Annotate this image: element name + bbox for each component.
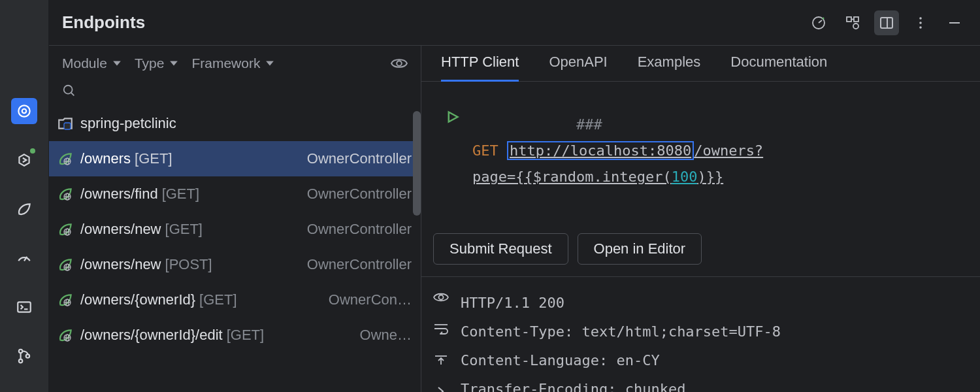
svg-line-9 <box>819 20 822 23</box>
request-query: page={{$random.integer( <box>472 169 672 185</box>
project-name: spring-petclinic <box>80 115 176 132</box>
endpoint-row[interactable]: /owners/{ownerId} [GET] OwnerCon… <box>49 282 421 318</box>
endpoint-method: [POST] <box>165 256 212 273</box>
search-row <box>49 78 421 106</box>
chevron-down-icon <box>112 59 122 68</box>
tab-documentation[interactable]: Documentation <box>730 54 827 81</box>
scrollbar-thumb[interactable] <box>413 111 421 216</box>
request-query-end: )}} <box>697 169 723 185</box>
endpoint-icon <box>57 221 74 238</box>
soft-wrap-icon[interactable] <box>433 323 449 337</box>
endpoint-row[interactable]: /owners/new [GET] OwnerController <box>49 212 421 247</box>
svg-point-7 <box>26 354 29 357</box>
type-filter-label: Type <box>135 56 165 71</box>
svg-point-21 <box>397 61 402 66</box>
request-arg: 100 <box>672 169 698 185</box>
endpoints-tool-icon[interactable] <box>11 98 37 124</box>
details-panel: HTTP Client OpenAPI Examples Documentati… <box>421 46 980 392</box>
svg-point-17 <box>919 17 922 20</box>
performance-icon[interactable] <box>806 10 831 35</box>
svg-rect-3 <box>18 302 31 312</box>
tab-examples[interactable]: Examples <box>638 54 701 81</box>
svg-point-6 <box>19 359 22 363</box>
visibility-icon[interactable] <box>433 291 449 306</box>
status-dot <box>30 148 35 154</box>
response-line: Transfer-Encoding: chunked <box>461 381 685 392</box>
svg-point-44 <box>439 295 444 300</box>
endpoints-tree: spring-petclinic /owners [GET] OwnerCont… <box>49 106 421 392</box>
svg-line-23 <box>71 93 74 96</box>
svg-point-1 <box>22 109 27 114</box>
endpoint-icon <box>57 256 74 273</box>
svg-point-5 <box>19 350 22 353</box>
svg-point-13 <box>853 24 858 29</box>
chevron-down-icon <box>169 59 178 68</box>
panel-header: Endpoints <box>49 0 980 46</box>
endpoint-method: [GET] <box>227 327 264 344</box>
endpoints-list-panel: Module Type Framework <box>49 46 421 392</box>
more-icon[interactable] <box>908 10 933 35</box>
tab-openapi[interactable]: OpenAPI <box>549 54 607 81</box>
response-line: HTTP/1.1 200 <box>461 295 564 311</box>
endpoint-controller: OwnerController <box>301 256 412 273</box>
run-gutter-icon[interactable] <box>433 86 472 123</box>
module-filter-label: Module <box>62 56 107 71</box>
endpoint-row[interactable]: /owners/find [GET] OwnerController <box>49 176 421 212</box>
folder-icon <box>57 115 74 132</box>
services-icon[interactable] <box>840 10 865 35</box>
endpoint-path: /owners/find <box>80 186 158 203</box>
request-editor[interactable]: ###GET http://localhost:8080/owners?page… <box>421 82 980 225</box>
gauge-tool-icon[interactable] <box>11 245 37 271</box>
endpoint-controller: OwnerCon… <box>322 291 412 308</box>
endpoint-path: /owners <box>80 150 131 167</box>
open-in-editor-button[interactable]: Open in Editor <box>578 233 702 265</box>
svg-point-10 <box>823 17 825 19</box>
module-filter[interactable]: Module <box>62 56 122 71</box>
framework-filter[interactable]: Framework <box>191 56 274 71</box>
request-marker: ### <box>576 116 602 133</box>
minimize-icon[interactable] <box>942 10 967 35</box>
endpoint-controller: Owne… <box>353 327 412 344</box>
svg-point-22 <box>64 86 73 94</box>
endpoint-controller: OwnerController <box>301 150 412 167</box>
project-row[interactable]: spring-petclinic <box>49 106 421 141</box>
terminal-tool-icon[interactable] <box>11 294 37 320</box>
svg-point-18 <box>919 22 922 24</box>
chevron-down-icon <box>265 59 274 68</box>
details-pane-icon[interactable] <box>874 10 899 35</box>
svg-rect-24 <box>64 123 71 129</box>
endpoint-path: /owners/new <box>80 221 161 238</box>
visibility-icon[interactable] <box>391 55 408 72</box>
details-tabs: HTTP Client OpenAPI Examples Documentati… <box>421 46 980 82</box>
vcs-tool-icon[interactable] <box>11 343 37 369</box>
response-line: Content-Language: en-CY <box>461 352 660 368</box>
endpoint-path: /owners/{ownerId}/edit <box>80 327 223 344</box>
response-body[interactable]: HTTP/1.1 200 Content-Type: text/html;cha… <box>461 277 980 392</box>
endpoint-icon <box>57 291 74 308</box>
run-tool-icon[interactable] <box>11 147 37 173</box>
endpoint-row[interactable]: /owners/{ownerId}/edit [GET] Owne… <box>49 318 421 353</box>
svg-point-0 <box>18 105 29 116</box>
search-input[interactable] <box>82 84 278 98</box>
endpoint-icon <box>57 327 74 344</box>
endpoint-method: [GET] <box>165 221 203 238</box>
tab-http-client[interactable]: HTTP Client <box>441 54 519 82</box>
endpoint-path: /owners/new <box>80 256 161 273</box>
response-line: Content-Type: text/html;charset=UTF-8 <box>461 323 781 340</box>
framework-filter-label: Framework <box>191 56 260 71</box>
spring-tool-icon[interactable] <box>11 196 37 222</box>
endpoint-path: /owners/{ownerId} <box>80 291 195 308</box>
type-filter[interactable]: Type <box>135 56 179 71</box>
chevron-right-icon[interactable] <box>433 385 449 392</box>
endpoint-method: [GET] <box>135 150 172 167</box>
endpoint-row[interactable]: /owners/new [POST] OwnerController <box>49 247 421 282</box>
submit-request-button[interactable]: Submit Request <box>433 233 568 265</box>
scroll-to-top-icon[interactable] <box>433 354 449 368</box>
endpoint-method: [GET] <box>199 291 237 308</box>
search-icon <box>62 84 76 98</box>
endpoint-icon <box>57 150 74 167</box>
endpoint-controller: OwnerController <box>301 221 412 238</box>
svg-rect-12 <box>854 17 858 22</box>
endpoint-row[interactable]: /owners [GET] OwnerController <box>49 141 421 176</box>
svg-rect-11 <box>847 17 851 22</box>
